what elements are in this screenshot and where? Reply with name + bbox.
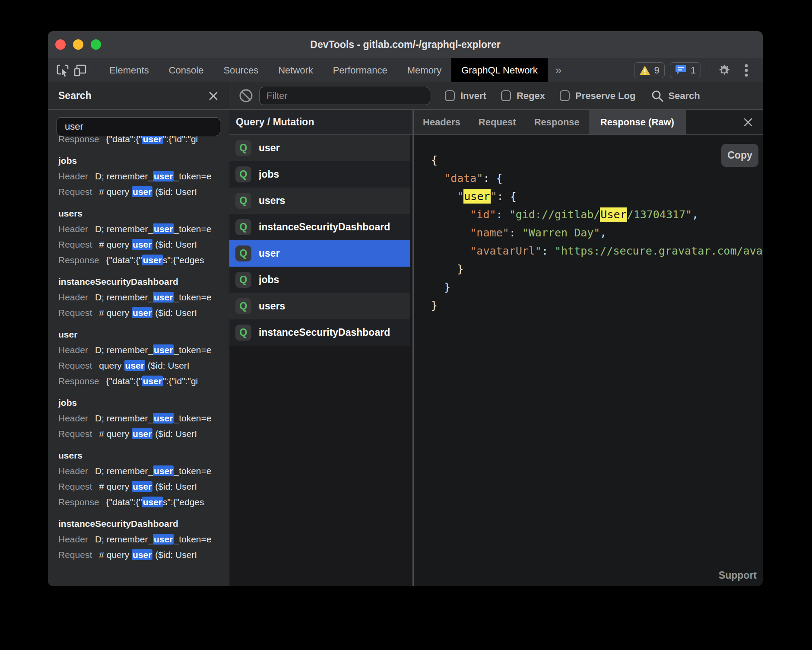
devtools-tab-graphql-network[interactable]: GraphQL Network	[451, 58, 547, 82]
details-tab-headers[interactable]: Headers	[414, 110, 469, 134]
checkbox-label: Preserve Log	[575, 90, 635, 102]
query-list-item-users[interactable]: Qusers	[229, 188, 410, 214]
search-result-group: instanceSecurityDashboardHeaderD; rememb…	[58, 516, 229, 563]
checkbox-invert-box[interactable]	[445, 90, 455, 101]
zoom-window-button[interactable]	[91, 39, 101, 50]
checkbox-preserve-log-box[interactable]	[560, 90, 570, 101]
search-result-line[interactable]: HeaderD; remember_user_token=e	[58, 411, 229, 426]
json-line: }	[431, 278, 763, 296]
details-tab-response[interactable]: Response	[525, 110, 589, 134]
search-result-line[interactable]: HeaderD; remember_user_token=e	[58, 463, 229, 479]
details-close-icon[interactable]	[733, 110, 763, 134]
devtools-tab-memory[interactable]: Memory	[397, 58, 451, 82]
query-list-item-label: instanceSecurityDashboard	[259, 327, 390, 338]
minimize-window-button[interactable]	[73, 39, 83, 50]
query-list-header: Query / Mutation	[229, 110, 412, 135]
search-result-line-label: Response	[58, 255, 99, 265]
search-panel-close-icon[interactable]	[208, 91, 219, 101]
devtools-tab-performance[interactable]: Performance	[323, 58, 397, 82]
search-result-line[interactable]: Request# query user ($id: UserI	[58, 237, 229, 252]
search-panel: Search Response{"data":{"user":{"id":"gi…	[48, 82, 229, 586]
search-result-line[interactable]: Request# query user ($id: UserI	[58, 305, 229, 321]
search-result-line-label: Request	[58, 360, 92, 370]
query-list-item-user[interactable]: Quser	[229, 135, 410, 161]
toolbar-search-control[interactable]: Search	[651, 89, 700, 102]
checkbox-regex[interactable]: Regex	[501, 90, 545, 102]
search-result-line[interactable]: Response{"data":{"user":{"id":"gi	[58, 373, 229, 389]
search-result-group: usersHeaderD; remember_user_token=eReque…	[58, 206, 229, 268]
search-result-line[interactable]: Response{"data":{"user":{"id":"gi	[58, 136, 229, 147]
warning-icon	[639, 65, 650, 76]
copy-button[interactable]: Copy	[721, 144, 758, 167]
search-result-line-label: Response	[58, 497, 99, 507]
search-result-line[interactable]: Response{"data":{"users":{"edges	[58, 252, 229, 268]
network-column: InvertRegexPreserve Log Search Query / M…	[229, 82, 763, 586]
messages-badge[interactable]: 1	[670, 62, 701, 78]
search-result-line-label: Header	[58, 345, 88, 355]
query-list-item-instancesecuritydashboard[interactable]: QinstanceSecurityDashboard	[229, 319, 410, 346]
checkbox-invert[interactable]: Invert	[445, 90, 486, 102]
search-result-line[interactable]: HeaderD; remember_user_token=e	[58, 532, 229, 547]
query-list-item-users[interactable]: Qusers	[229, 293, 410, 319]
search-result-group: usersHeaderD; remember_user_token=eReque…	[58, 448, 229, 510]
search-result-title: user	[58, 327, 229, 342]
search-result-line[interactable]: Request# query user ($id: UserI	[58, 184, 229, 200]
tabbar-right-controls: 9 1	[634, 58, 763, 82]
warnings-badge[interactable]: 9	[634, 62, 665, 78]
query-type-icon: Q	[235, 272, 251, 288]
search-result-group: userHeaderD; remember_user_token=eReques…	[58, 327, 229, 389]
query-list-item-jobs[interactable]: Qjobs	[229, 267, 410, 293]
search-result-line[interactable]: HeaderD; remember_user_token=e	[58, 221, 229, 237]
details-tab-request[interactable]: Request	[469, 110, 525, 134]
search-panel-header: Search	[48, 82, 229, 110]
search-result-line[interactable]: HeaderD; remember_user_token=e	[58, 169, 229, 184]
query-list-item-label: instanceSecurityDashboard	[259, 221, 390, 233]
support-link[interactable]: Support	[719, 570, 757, 581]
query-type-icon: Q	[235, 193, 251, 209]
search-result-line-label: Header	[58, 413, 88, 423]
details-tab-response-raw[interactable]: Response (Raw)	[589, 110, 686, 134]
search-result-line[interactable]: Request# query user ($id: UserI	[58, 547, 229, 563]
devtools-tab-sources[interactable]: Sources	[213, 58, 268, 82]
json-line: "user": {	[431, 188, 763, 206]
details-tabs: HeadersRequestResponseResponse (Raw)	[414, 110, 686, 134]
search-result-line[interactable]: HeaderD; remember_user_token=e	[58, 342, 229, 358]
devtools-tab-network[interactable]: Network	[268, 58, 323, 82]
search-result-line-label: Request	[58, 481, 92, 491]
inspect-element-icon[interactable]	[54, 58, 71, 82]
search-result-line[interactable]: Request# query user ($id: UserI	[58, 426, 229, 442]
search-result-title: instanceSecurityDashboard	[58, 516, 229, 532]
search-input[interactable]	[57, 117, 220, 136]
close-window-button[interactable]	[55, 39, 66, 50]
search-result-line[interactable]: Response{"data":{"users":{"edges	[58, 494, 229, 510]
clear-icon[interactable]	[239, 89, 253, 103]
query-list: QuserQjobsQusersQinstanceSecurityDashboa…	[229, 135, 412, 586]
query-list-item-jobs[interactable]: Qjobs	[229, 161, 410, 188]
query-list-item-label: jobs	[259, 169, 279, 180]
devtools-tabs: ElementsConsoleSourcesNetworkPerformance…	[99, 58, 548, 82]
query-list-item-user[interactable]: Quser	[229, 240, 410, 267]
query-type-icon: Q	[235, 325, 251, 341]
search-result-line-label: Request	[58, 308, 92, 318]
json-line: "id": "gid://gitlab/User/13704317",	[431, 206, 763, 224]
more-tabs-button[interactable]: »	[548, 58, 569, 82]
search-result-group: instanceSecurityDashboardHeaderD; rememb…	[58, 274, 229, 321]
search-result-line[interactable]: Request# query user ($id: UserI	[58, 479, 229, 494]
search-result-line-label: Header	[58, 171, 88, 181]
json-line: "avatarUrl": "https://secure.gravatar.co…	[431, 242, 763, 260]
devtools-tab-console[interactable]: Console	[159, 58, 214, 82]
device-toolbar-icon[interactable]	[71, 58, 89, 82]
settings-gear-icon[interactable]	[715, 62, 733, 79]
filter-input[interactable]	[259, 87, 430, 105]
kebab-menu-icon[interactable]	[738, 62, 755, 79]
search-result-line[interactable]: HeaderD; remember_user_token=e	[58, 290, 229, 305]
checkbox-preserve-log[interactable]: Preserve Log	[560, 90, 635, 102]
devtools-tabbar: ElementsConsoleSourcesNetworkPerformance…	[48, 58, 763, 82]
checkbox-label: Invert	[460, 90, 486, 102]
search-result-line[interactable]: Requestquery user ($id: UserI	[58, 358, 229, 373]
query-list-item-instancesecuritydashboard[interactable]: QinstanceSecurityDashboard	[229, 214, 410, 240]
details-panel: HeadersRequestResponseResponse (Raw) Cop…	[414, 110, 763, 586]
checkbox-regex-box[interactable]	[501, 90, 511, 101]
title-bar: DevTools - gitlab.com/-/graphql-explorer	[48, 31, 763, 58]
devtools-tab-elements[interactable]: Elements	[99, 58, 159, 82]
